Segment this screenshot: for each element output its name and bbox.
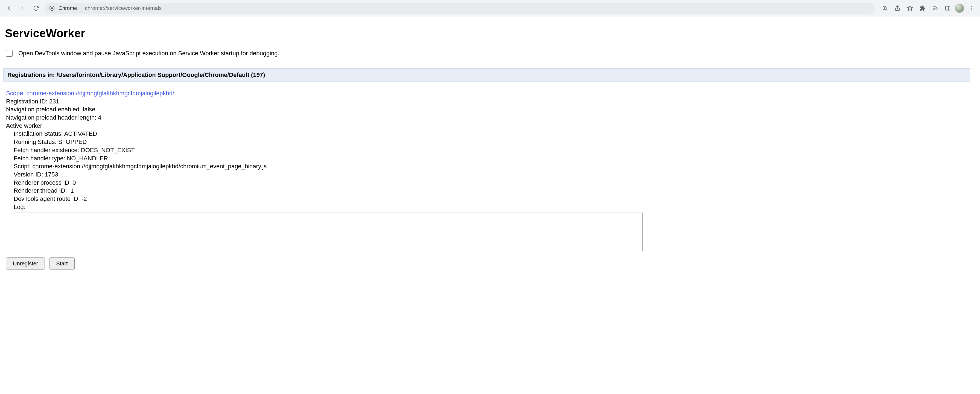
unregister-button[interactable]: Unregister: [6, 257, 45, 270]
svg-point-1: [51, 7, 53, 9]
page-content: ServiceWorker Open DevTools window and p…: [0, 16, 974, 281]
bookmark-star-icon[interactable]: [905, 3, 915, 14]
page-title: ServiceWorker: [5, 27, 969, 40]
svg-marker-7: [908, 5, 912, 10]
address-bar[interactable]: Chrome chrome://serviceworker-internals: [44, 3, 875, 14]
svg-point-13: [971, 6, 972, 7]
scope-link[interactable]: Scope: chrome-extension://djjmngfglakhkh…: [6, 90, 174, 97]
zoom-icon[interactable]: [880, 3, 890, 14]
site-info-icon[interactable]: [49, 5, 55, 11]
side-panel-icon[interactable]: [942, 3, 953, 14]
browser-toolbar: Chrome chrome://serviceworker-internals: [0, 0, 980, 16]
script-url: Script: chrome-extension://djjmngfglakhk…: [14, 162, 969, 171]
kebab-menu-icon[interactable]: [966, 3, 977, 14]
nav-preload-enabled: Navigation preload enabled: false: [6, 105, 969, 113]
active-worker-block: Installation Status: ACTIVATED Running S…: [6, 130, 969, 251]
registration-block: Scope: chrome-extension://djjmngfglakhkh…: [5, 89, 969, 270]
running-status: Running Status: STOPPED: [14, 138, 969, 146]
svg-rect-11: [945, 6, 950, 10]
share-icon[interactable]: [892, 3, 903, 14]
devtools-route-id: DevTools agent route ID: -2: [14, 195, 969, 203]
registration-buttons: Unregister Start: [6, 257, 969, 270]
log-label: Log:: [14, 203, 969, 211]
url-text: chrome://serviceworker-internals: [85, 5, 162, 11]
debug-on-start-row[interactable]: Open DevTools window and pause JavaScrip…: [5, 49, 969, 57]
scope-row: Scope: chrome-extension://djjmngfglakhkh…: [6, 89, 969, 97]
svg-line-3: [886, 9, 887, 10]
active-worker-label: Active worker:: [6, 122, 969, 130]
registration-id: Registration ID: 231: [6, 97, 969, 105]
back-button[interactable]: [3, 3, 14, 14]
nav-preload-header-length: Navigation preload header length: 4: [6, 113, 969, 122]
renderer-thread-id: Renderer thread ID: -1: [14, 187, 969, 195]
site-name: Chrome: [59, 5, 77, 11]
fetch-handler-type: Fetch handler type: NO_HANDLER: [14, 154, 969, 163]
extensions-icon[interactable]: [917, 3, 928, 14]
forward-button[interactable]: [17, 3, 28, 14]
log-textarea[interactable]: [14, 212, 643, 251]
fetch-handler-existence: Fetch handler existence: DOES_NOT_EXIST: [14, 146, 969, 154]
svg-point-15: [971, 9, 972, 10]
renderer-process-id: Renderer process ID: 0: [14, 179, 969, 187]
version-id: Version ID: 1753: [14, 171, 969, 179]
registrations-header: Registrations in: /Users/forinton/Librar…: [3, 69, 970, 81]
reading-list-icon[interactable]: [930, 3, 940, 14]
debug-on-start-label: Open DevTools window and pause JavaScrip…: [18, 50, 280, 57]
toolbar-right: [878, 3, 977, 14]
svg-point-14: [971, 8, 972, 9]
profile-avatar[interactable]: [955, 3, 964, 13]
reload-button[interactable]: [30, 3, 41, 14]
debug-on-start-checkbox[interactable]: [6, 50, 13, 57]
start-button[interactable]: Start: [49, 257, 75, 270]
installation-status: Installation Status: ACTIVATED: [14, 130, 969, 138]
